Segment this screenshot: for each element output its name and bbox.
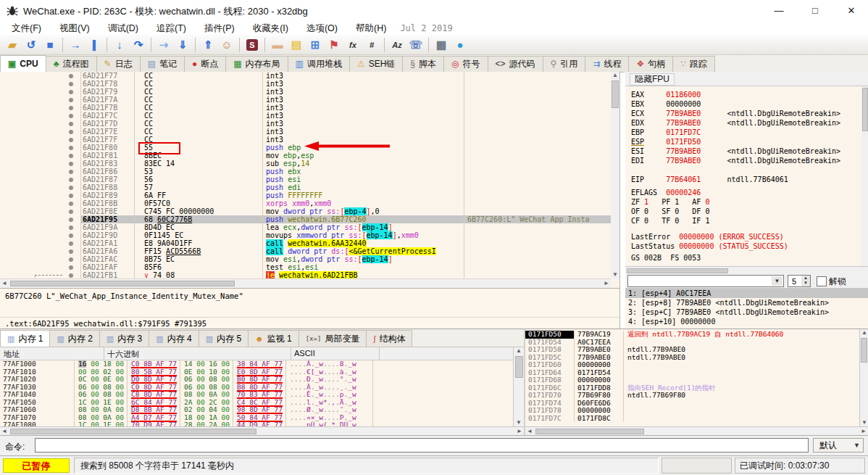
stack-row[interactable]: 0171FD5877B9ABE0ntdll.77B9ABE0 [525,346,859,354]
attach-icon[interactable]: ☏ [407,37,425,53]
trace-into-icon[interactable]: ⇢ [155,37,172,53]
tab-流程图[interactable]: ♣流程图 [46,56,97,72]
disasm-row[interactable]: 6AD21FAC8B75 ECmov esi,dword ptr ss:[ebp… [0,255,611,263]
disasm-row[interactable]: 6AD21F79CCint3 [0,88,611,96]
settings-icon[interactable]: S [243,37,261,53]
register-line[interactable]: ESI 77B9ABE0 <ntdll.DbgUiRemoteBreakin> [625,146,860,156]
restart-icon[interactable]: ↺ [22,37,40,53]
dump-hscrollbar[interactable]: ◄ ► [0,426,524,435]
breakpoint-gutter[interactable] [62,263,80,271]
menu-item-1[interactable]: 视图(V) [53,22,96,35]
stack-row[interactable]: 0171FD74D60FE6D6 [525,400,859,408]
breakpoint-gutter[interactable] [62,207,80,215]
tab-内存布局[interactable]: ▦内存布局 [225,56,288,72]
step-over-icon[interactable]: ↷ [130,37,147,53]
breakpoint-gutter[interactable] [62,88,80,96]
register-line[interactable]: CF 0 TF 0 IF 1 [625,216,860,226]
stack-vscrollbar[interactable]: ▲ ▼ [859,329,868,427]
tab-线程[interactable]: ⇉线程 [585,56,629,72]
unlock-checkbox[interactable] [817,276,827,286]
disasm-row[interactable]: 6AD21F8857push edi [0,183,611,191]
disasm-row[interactable]: 6AD21FA6FF15 ACD5566Bcall dword ptr ds:[… [0,247,611,255]
register-line[interactable]: LastStatus 00000000 (STATUS_SUCCESS) [625,241,860,251]
tab-内存 5[interactable]: ▥内存 5 [199,330,249,347]
calculator-icon[interactable]: ▦ [433,37,450,53]
disasm-row[interactable]: 6AD21F77CCint3 [0,72,611,80]
stack-row[interactable]: 0171FD640171FD54 [525,369,859,377]
breakpoint-gutter[interactable] [62,175,80,183]
labels-icon[interactable]: ⊞ [306,37,324,53]
register-line[interactable]: OF 0 SF 0 DF 0 [625,207,860,216]
breakpoint-gutter[interactable] [62,96,80,104]
comments-icon[interactable]: ▤ [288,37,305,53]
register-line[interactable]: LastError 00000000 (ERROR_SUCCESS) [625,232,860,241]
breakpoint-gutter[interactable] [62,152,80,160]
tab-调用堆栈[interactable]: ▥调用堆栈 [288,56,350,72]
calling-convention-select[interactable]: 默认 (stdcall) ▼ [627,275,784,287]
hide-fpu-button[interactable]: 隐藏FPU [630,73,675,86]
breakpoint-gutter[interactable] [62,183,80,191]
tab-符号[interactable]: ◎符号 [443,56,488,72]
register-line[interactable]: ECX 77B9ABE0 <ntdll.DbgUiRemoteBreakin> [625,109,860,118]
tab-监视 1[interactable]: ☻监视 1 [248,330,299,347]
stack-row[interactable]: 0171FD6000000000 [525,361,859,369]
menu-item-0[interactable]: 文件(F) [5,22,48,35]
breakpoint-gutter[interactable] [62,231,80,239]
trace-over-icon[interactable]: ⇓ [174,37,191,53]
stack-row[interactable]: 0171FD7800000000 [525,407,859,415]
tab-日志[interactable]: ✎日志 [96,56,141,72]
menu-item-2[interactable]: 调试(D) [101,22,145,35]
step-into-icon[interactable]: ↓ [111,37,128,53]
tab-脚本[interactable]: §脚本 [402,56,444,72]
disasm-hscrollbar[interactable]: ◄ ► [0,278,611,288]
argument-row[interactable]: 3: [esp+C] 77B9ABE0 <ntdll.DbgUiRemoteBr… [625,307,868,317]
tab-跟踪[interactable]: ∵跟踪 [672,56,715,72]
register-line[interactable]: EDI 77B9ABE0 <ntdll.DbgUiRemoteBreakin> [625,156,860,165]
disasm-row[interactable]: 6AD21F9A8D4D EClea ecx,dword ptr ss:[ebp… [0,223,611,231]
stack-row[interactable]: 0171FD6C0171FDD8指向SEH_Record[1]的指针 [525,384,859,392]
breakpoint-gutter[interactable] [62,128,80,136]
disasm-row[interactable]: 6AD21FAF85F6test esi,esi [0,263,611,271]
menu-item-7[interactable]: 帮助(H) [349,22,393,35]
tab-内存 2[interactable]: ▥内存 2 [49,330,99,347]
breakpoint-gutter[interactable] [62,160,80,168]
argument-row[interactable]: 1: [esp+4] A0C17EEA [625,289,868,298]
breakpoint-gutter[interactable] [62,144,80,152]
breakpoint-gutter[interactable] [62,104,80,112]
disasm-row[interactable]: 6AD21F8B0F57C0xorps xmm0,xmm0 [0,199,611,207]
stack-row[interactable]: 0171FD5077B9AC19返回到 ntdll.77B9AC19 自 ntd… [525,331,859,339]
disasm-row[interactable]: 6AD21F8055push ebp [0,144,611,152]
disasm-row[interactable]: 6AD21F8EC745 FC 00000000mov dword ptr ss… [0,207,611,215]
pause-icon[interactable]: ∥ [85,37,103,53]
tab-内存 1[interactable]: ▥内存 1 [0,330,50,347]
breakpoint-gutter[interactable] [62,112,80,120]
menu-item-3[interactable]: 追踪(T) [150,22,193,35]
breakpoint-gutter[interactable] [62,255,80,263]
register-line[interactable]: ESP 0171FD50 [625,137,860,146]
stack-row[interactable]: 0171FD54A0C17EEA [525,339,859,347]
command-script-select[interactable]: 默认 ▼ [813,438,864,453]
disasm-row[interactable]: 6AD21F7ECCint3 [0,128,611,136]
stack-row[interactable]: 0171FD7C0171FD8C [525,415,859,423]
breakpoint-gutter[interactable] [62,168,80,175]
register-line[interactable]: ZF 1 PF 1 AF 0 [625,197,860,207]
tab-笔记[interactable]: ▤笔记 [140,56,185,72]
functions-icon[interactable]: fx [344,37,362,53]
disasm-row[interactable]: 6AD21F7BCCint3 [0,104,611,112]
register-line[interactable]: EAX 01186000 [625,90,860,99]
close-debuggee-icon[interactable]: ■ [41,37,59,53]
run-icon[interactable]: → [67,37,84,53]
bookmarks-icon[interactable]: ⚑ [325,37,343,53]
register-line[interactable]: EBX 00000000 [625,99,860,109]
register-line[interactable]: EIP 77B64061 ntdll.77B64061 [625,175,860,184]
breakpoint-gutter[interactable] [62,223,80,231]
disasm-row[interactable]: 6AD21F7DCCint3 [0,120,611,128]
globe-icon[interactable]: ● [451,37,469,53]
tab-CPU[interactable]: ▣CPU [0,55,46,72]
tab-引用[interactable]: ⚲引用 [543,56,586,72]
tab-结构体[interactable]: ∫结构体 [366,330,412,347]
disasm-row[interactable]: 6AD21F7FCCint3 [0,136,611,144]
breakpoint-gutter[interactable] [62,199,80,207]
register-line[interactable]: EBP 0171FD7C [625,128,860,137]
command-input[interactable] [35,438,809,453]
